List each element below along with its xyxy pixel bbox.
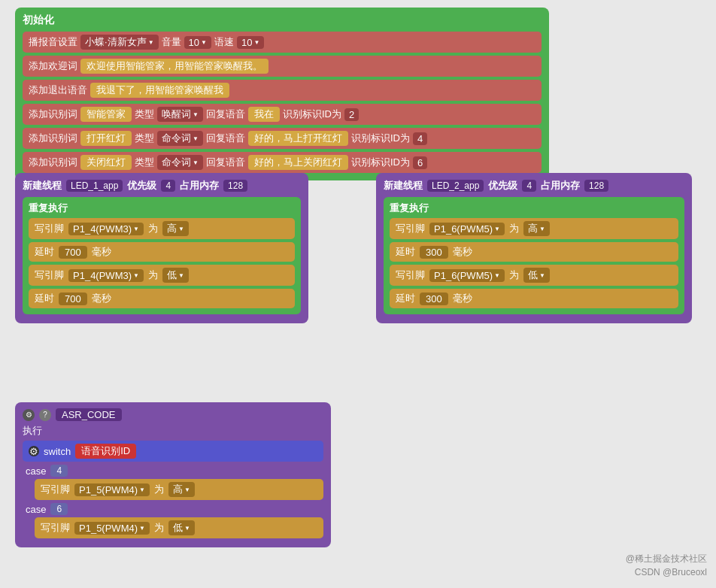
thread2-memory: 128 (584, 180, 608, 192)
t1-w1-val[interactable]: 高 (162, 221, 189, 236)
case1-row: case 4 (23, 465, 323, 477)
row-word1: 添加识别词 智能管家 类型 唤醒词 回复语音 我在 识别标识ID为 2 (23, 104, 542, 125)
row-audio-setup: 播报音设置 小蝶·清新女声 音量 10 语速 10 (23, 32, 542, 53)
word3-id: 6 (413, 156, 427, 169)
t1-d1-val: 700 (59, 246, 87, 259)
case1-label: case (26, 465, 46, 477)
word3-type[interactable]: 命令词 (157, 155, 203, 170)
case2-val: 6 (50, 503, 68, 515)
thread2-priority: 4 (522, 180, 536, 192)
init-label: 初始化 (23, 14, 542, 27)
t1-d2-unit: 毫秒 (92, 292, 111, 305)
welcome-text: 添加欢迎词 (29, 59, 77, 73)
thread1-label: 新建线程 (23, 179, 62, 192)
t2-w1-pin[interactable]: P1_6(PWM5) (429, 223, 505, 235)
volume-dropdown[interactable]: 10 (184, 36, 211, 49)
t1-w2-pin[interactable]: P1_4(PWM3) (68, 269, 144, 282)
init-container: 初始化 播报音设置 小蝶·清新女声 音量 10 语速 10 添加欢迎词 欢迎使用… (15, 8, 549, 180)
t1-d2-val: 700 (59, 292, 87, 305)
switch-label: switch (44, 446, 71, 457)
t2-d1-unit: 毫秒 (453, 245, 472, 259)
word2-reply: 好的，马上打开红灯 (248, 131, 348, 146)
asr-write1: 写引脚 P1_5(PWM4) 为 高 (35, 479, 323, 500)
word2-id-label: 识别标识ID为 (351, 132, 410, 145)
t1-w1-pin[interactable]: P1_4(PWM3) (68, 223, 144, 235)
exit-value: 我退下了，用智能管家唤醒我 (90, 83, 229, 98)
word1-reply-label: 回复语音 (206, 108, 245, 121)
t1-d1-unit: 毫秒 (92, 245, 111, 259)
t1-w1-for: 为 (148, 222, 158, 235)
asr-w2-for: 为 (154, 521, 164, 535)
asr-header: ⚙ ? ASR_CODE (23, 408, 323, 421)
exec-label: 执行 (23, 424, 323, 438)
asr-w1-val[interactable]: 高 (168, 482, 195, 497)
case2-row: case 6 (23, 503, 323, 515)
thread2-repeat: 重复执行 写引脚 P1_6(PWM5) 为 高 延时 300 毫秒 写引脚 P1… (384, 197, 684, 314)
word2-add: 添加识别词 (29, 132, 77, 145)
asr-gear-icon[interactable]: ⚙ (23, 409, 35, 421)
t2-w2-label: 写引脚 (396, 268, 425, 282)
word2-type-label: 类型 (135, 132, 154, 145)
word3-name: 关闭红灯 (80, 155, 132, 170)
word2-reply-label: 回复语音 (206, 132, 245, 145)
thread2-label: 新建线程 (384, 179, 423, 192)
switch-gear-icon: ⚙ (29, 446, 39, 456)
asr-container: ⚙ ? ASR_CODE 执行 ⚙ switch 语音识别ID case 4 写… (15, 402, 331, 547)
asr-w2-val[interactable]: 低 (168, 520, 195, 535)
t1-w2-val[interactable]: 低 (162, 268, 189, 283)
exit-text: 添加退出语音 (29, 83, 87, 97)
asr-w2-pin[interactable]: P1_5(PWM4) (74, 522, 150, 535)
t2-w1-val[interactable]: 高 (523, 221, 550, 236)
t1-d2-label: 延时 (35, 292, 54, 305)
word3-reply-label: 回复语音 (206, 156, 245, 169)
volume-text: 音量 (162, 35, 181, 49)
thread1-container: 新建线程 LED_1_app 优先级 4 占用内存 128 重复执行 写引脚 P… (15, 173, 308, 323)
row-word3: 添加识别词 关闭红灯 类型 命令词 回复语音 好的，马上关闭红灯 识别标识ID为… (23, 152, 542, 173)
speed-dropdown[interactable]: 10 (237, 36, 264, 49)
word3-reply: 好的，马上关闭红灯 (248, 155, 348, 170)
case2-label: case (26, 504, 46, 515)
asr-name: ASR_CODE (56, 408, 122, 421)
word3-id-label: 识别标识ID为 (351, 156, 410, 169)
word1-reply: 我在 (248, 107, 280, 122)
thread1-header: 新建线程 LED_1_app 优先级 4 占用内存 128 (23, 179, 301, 192)
row-word2: 添加识别词 打开红灯 类型 命令词 回复语音 好的，马上打开红灯 识别标识ID为… (23, 128, 542, 149)
thread1-name: LED_1_app (66, 180, 123, 192)
t1-w2-label: 写引脚 (35, 268, 64, 282)
t2-w2-for: 为 (509, 268, 519, 282)
switch-value: 语音识别ID (75, 444, 136, 459)
switch-block: ⚙ switch 语音识别ID (23, 441, 323, 462)
word3-type-label: 类型 (135, 156, 154, 169)
watermark-line2: CSDN @Bruceoxl (626, 565, 707, 579)
thread1-repeat-label: 重复执行 (29, 202, 295, 215)
word1-name: 智能管家 (80, 107, 132, 122)
thread2-write2: 写引脚 P1_6(PWM5) 为 低 (390, 265, 678, 286)
word1-type[interactable]: 唤醒词 (157, 107, 203, 122)
thread1-repeat: 重复执行 写引脚 P1_4(PWM3) 为 高 延时 700 毫秒 写引脚 P1… (23, 197, 301, 314)
audio-setup-text: 播报音设置 (29, 35, 77, 49)
word3-add: 添加识别词 (29, 156, 77, 169)
row-welcome: 添加欢迎词 欢迎使用智能管家，用智能管家唤醒我。 (23, 56, 542, 77)
case1-val: 4 (50, 465, 68, 477)
thread1-memory-label: 占用内存 (180, 179, 219, 192)
t2-d2-label: 延时 (396, 292, 415, 305)
t2-d2-val: 300 (420, 292, 448, 305)
thread2-priority-label: 优先级 (488, 179, 517, 192)
asr-write2: 写引脚 P1_5(PWM4) 为 低 (35, 517, 323, 538)
welcome-value: 欢迎使用智能管家，用智能管家唤醒我。 (80, 59, 268, 74)
thread1-write2: 写引脚 P1_4(PWM3) 为 低 (29, 265, 295, 286)
row-exit: 添加退出语音 我退下了，用智能管家唤醒我 (23, 80, 542, 101)
word2-type[interactable]: 命令词 (157, 131, 203, 146)
thread2-repeat-label: 重复执行 (390, 202, 678, 215)
t2-w2-pin[interactable]: P1_6(PWM5) (429, 269, 505, 282)
thread2-delay2: 延时 300 毫秒 (390, 289, 678, 308)
word1-add: 添加识别词 (29, 108, 77, 121)
t2-d2-unit: 毫秒 (453, 292, 472, 305)
t2-w2-val[interactable]: 低 (523, 268, 550, 283)
voice-dropdown[interactable]: 小蝶·清新女声 (80, 35, 159, 50)
asr-question-icon[interactable]: ? (39, 409, 51, 421)
word1-type-label: 类型 (135, 108, 154, 121)
word2-id: 4 (413, 132, 427, 145)
asr-w1-pin[interactable]: P1_5(PWM4) (74, 483, 150, 496)
thread1-memory: 128 (223, 180, 247, 192)
